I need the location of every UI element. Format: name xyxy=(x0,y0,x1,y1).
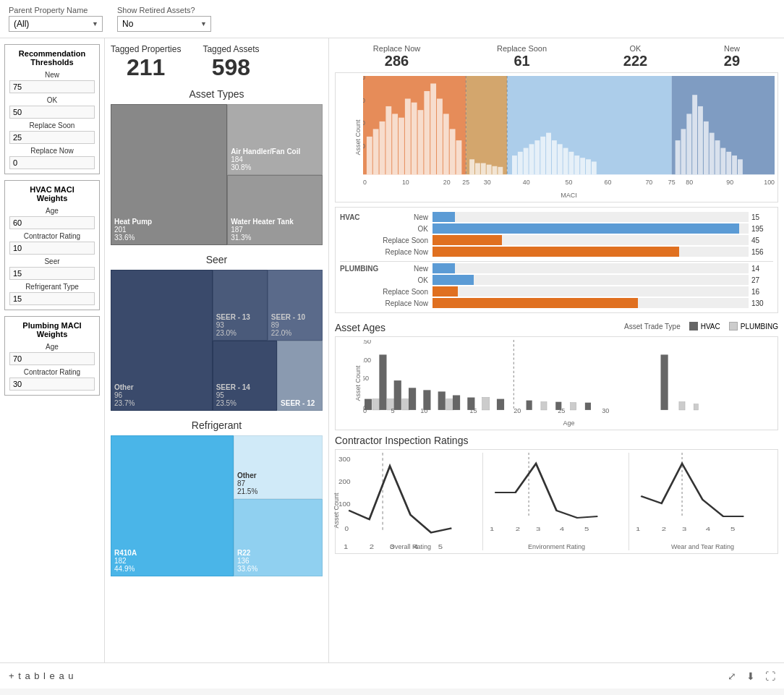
hvac-maci-weights-section: HVAC MACIWeights Age Contractor Rating S… xyxy=(4,180,100,310)
water-heater-cell[interactable]: Water Heater Tank 187 31.3% xyxy=(227,175,323,246)
hvac-contractor-input[interactable] xyxy=(9,242,95,255)
plumbing-replace-now-value: 130 xyxy=(751,299,773,307)
maci-replace-soon-value: 61 xyxy=(497,53,547,69)
plumbing-replace-soon-bar-track xyxy=(433,286,749,297)
plumbing-replace-now-bar xyxy=(433,298,638,308)
fullscreen-icon[interactable]: ⛶ xyxy=(765,670,775,682)
svg-rect-30 xyxy=(529,144,534,174)
svg-rect-53 xyxy=(738,159,743,174)
threshold-replace-now-input[interactable] xyxy=(9,156,95,169)
plumbing-ok-label: OK xyxy=(382,276,433,284)
parent-property-label: Parent Property Name xyxy=(9,6,103,14)
svg-text:70: 70 xyxy=(645,179,652,186)
other-refrig-cell[interactable]: Other 87 21.5% xyxy=(234,435,323,499)
svg-text:20: 20 xyxy=(363,142,365,149)
seer-right-cols: SEER - 13 93 23.0% SEER - 10 89 22.0% SE… xyxy=(213,270,323,411)
r22-cell[interactable]: R22 136 33.6% xyxy=(234,499,323,576)
svg-rect-16 xyxy=(430,83,436,174)
legend-hvac-label: HVAC xyxy=(701,323,720,331)
parent-property-select[interactable]: (All) xyxy=(9,16,103,32)
hbar-chart-container: HVAC New 15 OK 195 Replace Soon xyxy=(335,207,778,313)
legend-plumbing-box xyxy=(729,322,738,331)
contractor-title: Contractor Inspection Ratings xyxy=(335,435,778,446)
seer-12-cell[interactable]: SEER - 12 xyxy=(277,341,323,412)
svg-text:100: 100 xyxy=(363,357,371,364)
svg-rect-11 xyxy=(399,118,404,175)
svg-text:75: 75 xyxy=(668,179,676,186)
hvac-section-label: HVAC xyxy=(340,213,382,221)
overall-rating-chart: 1 2 3 4 5 300 200 100 0 Overall Rating xyxy=(338,453,483,550)
threshold-new-input[interactable] xyxy=(9,80,95,93)
svg-rect-37 xyxy=(569,152,574,174)
plumbing-replace-soon-row: Replace Soon 16 xyxy=(340,286,773,297)
show-retired-select[interactable]: No xyxy=(117,16,211,32)
svg-rect-93 xyxy=(679,402,685,410)
svg-text:20: 20 xyxy=(443,179,451,186)
tagged-properties-label: Tagged Properties xyxy=(111,44,181,54)
svg-text:4: 4 xyxy=(560,526,565,532)
hvac-refrigerant-input[interactable] xyxy=(9,292,95,305)
svg-rect-46 xyxy=(698,106,703,174)
parent-property-select-wrap[interactable]: (All) xyxy=(9,16,103,32)
share-icon[interactable]: ⤢ xyxy=(728,670,736,682)
plumbing-replace-now-label: Replace Now xyxy=(382,299,433,307)
seer-14-cell[interactable]: SEER - 14 95 23.5% xyxy=(213,341,277,412)
plumbing-replace-soon-bar xyxy=(433,286,458,297)
download-icon[interactable]: ⬇ xyxy=(746,670,755,682)
heat-pump-cell[interactable]: Heat Pump 201 33.6% xyxy=(111,104,227,245)
seer-other-cell[interactable]: Other 96 23.7% xyxy=(111,270,213,411)
plumbing-ok-row: OK 27 xyxy=(340,275,773,285)
recommendation-thresholds-title: RecommendationThresholds xyxy=(9,49,95,67)
hvac-age-input[interactable] xyxy=(9,216,95,229)
svg-text:30: 30 xyxy=(602,407,609,414)
svg-rect-9 xyxy=(385,106,391,174)
plumbing-maci-title: Plumbing MACIWeights xyxy=(9,321,95,338)
hvac-seer-input[interactable] xyxy=(9,267,95,280)
seer-10-cell[interactable]: SEER - 10 89 22.0% xyxy=(268,270,323,341)
r410a-cell[interactable]: R410A 182 44.9% xyxy=(111,435,234,576)
svg-rect-91 xyxy=(585,403,591,410)
svg-rect-51 xyxy=(726,152,731,174)
hvac-new-bar xyxy=(433,212,455,222)
threshold-replace-now-label: Replace Now xyxy=(9,147,95,155)
threshold-ok-input[interactable] xyxy=(9,106,95,119)
legend-plumbing-label: PLUMBING xyxy=(741,323,778,331)
svg-text:3: 3 xyxy=(536,526,541,532)
svg-text:0: 0 xyxy=(363,179,367,186)
environment-rating-label: Environment Rating xyxy=(485,543,629,550)
svg-rect-76 xyxy=(394,380,401,410)
maci-new-label: New xyxy=(724,44,740,53)
tableau-logo: + t a b l e a u xyxy=(9,670,74,681)
svg-rect-31 xyxy=(534,140,540,174)
wear-tear-rating-chart: 1 2 3 4 5 Wear and Tear Rating xyxy=(631,453,775,550)
seer-13-cell[interactable]: SEER - 13 93 23.0% xyxy=(213,270,268,341)
maci-replace-now-label: Replace Now xyxy=(373,44,420,53)
svg-rect-73 xyxy=(372,399,380,410)
svg-text:2: 2 xyxy=(662,526,666,532)
hvac-replace-soon-label: Replace Soon xyxy=(382,236,433,244)
svg-text:10: 10 xyxy=(420,407,427,414)
threshold-replace-soon-input[interactable] xyxy=(9,131,95,144)
threshold-ok-label: OK xyxy=(9,96,95,104)
hvac-replace-soon-value: 45 xyxy=(751,236,773,244)
maci-new-value: 29 xyxy=(724,53,740,69)
hvac-seer-label: Seer xyxy=(9,257,95,265)
svg-rect-20 xyxy=(456,140,462,174)
svg-text:0: 0 xyxy=(363,404,367,412)
svg-rect-18 xyxy=(443,114,449,174)
svg-text:3: 3 xyxy=(682,526,687,532)
plumbing-contractor-input[interactable] xyxy=(9,378,95,391)
air-handler-cell[interactable]: Air Handler/Fan Coil 184 30.8% xyxy=(227,104,323,175)
refrig-right: Other 87 21.5% R22 136 33.6% xyxy=(234,435,323,576)
seer-bottom-right: SEER - 14 95 23.5% SEER - 12 xyxy=(213,341,323,412)
plumbing-age-label: Age xyxy=(9,343,95,351)
svg-text:200: 200 xyxy=(338,479,351,485)
show-retired-select-wrap[interactable]: No xyxy=(117,16,211,32)
svg-rect-84 xyxy=(482,398,490,410)
svg-text:15: 15 xyxy=(469,407,477,414)
tagged-properties-value: 211 xyxy=(111,54,181,81)
svg-rect-28 xyxy=(518,152,523,174)
svg-rect-45 xyxy=(692,95,697,174)
plumbing-age-input[interactable] xyxy=(9,352,95,365)
svg-rect-74 xyxy=(379,354,386,410)
